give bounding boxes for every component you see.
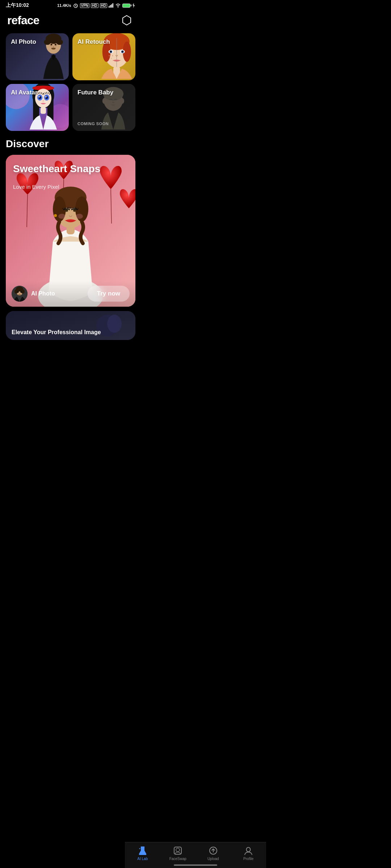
battery-icon xyxy=(122,4,130,8)
discover-card-bottom: AI Photo Try now xyxy=(6,281,135,307)
svg-point-81 xyxy=(107,315,122,333)
svg-point-69 xyxy=(58,214,66,219)
header: reface xyxy=(0,10,141,33)
discover-title: Discover xyxy=(6,138,135,150)
svg-point-70 xyxy=(76,214,83,219)
discover-card-subtitle: Love in Every Pixel xyxy=(13,184,59,190)
ai-retouch-card[interactable]: AI Retouch xyxy=(72,33,135,80)
svg-point-14 xyxy=(51,44,52,46)
alarm-icon xyxy=(73,3,79,8)
discover-card-2[interactable]: Elevate Your Professional Image xyxy=(6,311,135,340)
svg-point-15 xyxy=(55,44,56,46)
ai-avatar-label: AI Avatar xyxy=(11,89,37,96)
svg-point-66 xyxy=(65,209,68,212)
bottom-spacer xyxy=(0,347,141,380)
ai-avatar-card[interactable]: AI Avatar xyxy=(6,84,69,131)
status-time: 上午10:02 xyxy=(6,2,29,9)
hexagon-settings-icon xyxy=(121,15,132,26)
ai-retouch-label: AI Retouch xyxy=(77,38,110,46)
charging-icon xyxy=(132,3,135,8)
svg-point-11 xyxy=(56,39,63,45)
discover-card-2-bg xyxy=(6,311,135,340)
svg-point-78 xyxy=(19,293,20,294)
svg-point-24 xyxy=(109,55,110,56)
ai-photo-label: AI Photo xyxy=(11,38,36,46)
svg-marker-7 xyxy=(123,16,131,25)
svg-point-77 xyxy=(20,291,22,293)
svg-point-23 xyxy=(112,55,113,56)
svg-point-49 xyxy=(43,101,44,102)
sweetheart-snaps-card[interactable]: Sweetheart Snaps Love in Every Pixel xyxy=(6,155,135,307)
svg-point-76 xyxy=(17,291,19,293)
svg-point-17 xyxy=(51,48,55,50)
svg-rect-50 xyxy=(41,107,46,114)
vpn-badge: VPN xyxy=(80,3,90,8)
card-avatar-img xyxy=(12,286,28,302)
svg-point-32 xyxy=(122,51,123,53)
svg-rect-4 xyxy=(110,5,111,8)
card-feature-label: AI Photo xyxy=(31,290,55,297)
svg-line-2 xyxy=(76,6,76,7)
svg-point-34 xyxy=(6,84,30,109)
network-speed: 11.4K/s xyxy=(57,3,71,8)
coming-soon-badge: COMING SOON xyxy=(77,122,109,126)
svg-rect-5 xyxy=(111,4,112,8)
status-right: 11.4K/s VPN HD HD xyxy=(57,3,135,8)
svg-rect-3 xyxy=(109,6,110,8)
svg-point-68 xyxy=(54,214,57,217)
status-bar: 上午10:02 11.4K/s VPN HD HD xyxy=(0,0,141,10)
future-baby-label: Future Baby xyxy=(77,89,113,96)
hd-badge2: HD xyxy=(100,3,107,8)
svg-point-44 xyxy=(38,96,40,98)
svg-point-67 xyxy=(73,209,76,212)
discover-card-title: Sweetheart Snaps xyxy=(13,163,100,175)
svg-point-25 xyxy=(111,58,112,59)
wifi-icon xyxy=(115,3,121,8)
discover-card-2-title: Elevate Your Professional Image xyxy=(12,329,101,336)
app-logo: reface xyxy=(7,14,39,27)
svg-point-10 xyxy=(44,39,51,45)
future-baby-card[interactable]: Future Baby COMING SOON xyxy=(72,84,135,131)
avatar-person-icon xyxy=(12,286,28,302)
feature-grid: AI Photo xyxy=(0,33,141,138)
svg-point-29 xyxy=(110,51,112,53)
discover-section: Discover xyxy=(0,138,141,347)
settings-button[interactable] xyxy=(119,13,134,27)
card-avatar-row: AI Photo xyxy=(12,286,55,302)
svg-rect-6 xyxy=(113,3,114,8)
ai-photo-card[interactable]: AI Photo xyxy=(6,33,69,80)
try-now-button[interactable]: Try now xyxy=(88,286,130,302)
svg-point-16 xyxy=(53,46,54,47)
signal-icon xyxy=(109,3,114,8)
hd-badge: HD xyxy=(91,3,98,8)
svg-point-48 xyxy=(45,96,47,98)
